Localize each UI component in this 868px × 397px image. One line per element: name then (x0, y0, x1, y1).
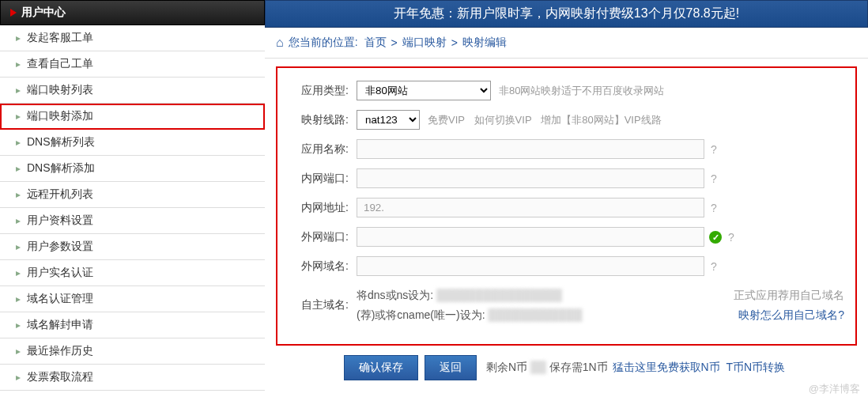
label-app-name: 应用名称: (289, 142, 349, 157)
chevron-right-icon: ▸ (16, 372, 21, 383)
sidebar-item-1[interactable]: ▸查看自己工单 (0, 51, 265, 78)
label-inner-port: 内网端口: (289, 172, 349, 186)
sidebar-item-label: 用户实名认证 (27, 266, 93, 280)
breadcrumb: ⌂ 您当前的位置: 首页 > 端口映射 > 映射编辑 (265, 28, 868, 59)
label-inner-addr: 内网地址: (289, 201, 349, 215)
breadcrumb-label: 您当前的位置: (289, 36, 358, 50)
label-own-domain: 自主域名: (289, 298, 349, 312)
help-icon[interactable]: ? (711, 202, 717, 214)
chevron-right-icon: ▸ (16, 85, 21, 96)
label-outer-domain: 外网域名: (289, 259, 349, 274)
chevron-right-icon: ▸ (16, 59, 21, 70)
sidebar-item-label: 远程开机列表 (27, 187, 93, 202)
help-icon[interactable]: ? (711, 260, 717, 273)
chevron-right-icon: ▸ (16, 32, 21, 43)
chevron-right-icon: ▸ (16, 319, 21, 331)
sidebar-item-label: 用户参数设置 (27, 240, 93, 254)
own-domain-l1b: 正式应用荐用自己域名 (734, 285, 844, 305)
promo-banner: 开年免惠：新用户限时享，内网映射付费级13个月仅78.8元起! (265, 0, 868, 28)
sidebar-item-8[interactable]: ▸用户参数设置 (0, 234, 265, 260)
select-app-type[interactable]: 非80网站 (357, 81, 491, 100)
sidebar-item-2[interactable]: ▸端口映射列表 (0, 78, 265, 104)
label-line: 映射线路: (289, 113, 349, 127)
chevron-right-icon: ▸ (16, 137, 21, 148)
sidebar-item-13[interactable]: ▸发票索取流程 (0, 365, 265, 391)
breadcrumb-section[interactable]: 端口映射 (402, 36, 447, 50)
sidebar-item-label: 端口映射添加 (27, 109, 93, 123)
chevron-right-icon: ▸ (16, 111, 21, 122)
sidebar-item-label: 端口映射列表 (27, 83, 93, 97)
select-line[interactable]: nat123 (357, 110, 420, 130)
home-icon[interactable]: ⌂ (276, 36, 284, 50)
back-button[interactable]: 返回 (425, 355, 477, 380)
link-how-switch[interactable]: 如何切换VIP (474, 114, 532, 126)
chevron-right-icon: ▸ (16, 267, 21, 278)
own-domain-l2a: (荐)或将cname(唯一)设为: (357, 308, 485, 321)
breadcrumb-home[interactable]: 首页 (364, 36, 387, 50)
help-icon[interactable]: ? (711, 172, 717, 185)
sidebar-title: 用户中心 (21, 6, 66, 20)
chevron-right-icon: ▸ (16, 293, 21, 304)
help-icon[interactable]: ? (728, 231, 734, 244)
sidebar-item-4[interactable]: ▸DNS解析列表 (0, 130, 265, 156)
sidebar-item-3[interactable]: ▸端口映射添加 (0, 104, 265, 130)
breadcrumb-sep: > (391, 36, 398, 49)
link-get-free-coin[interactable]: 猛击这里免费获取N币 (613, 361, 720, 373)
watermark: @李洋博客 (265, 382, 868, 397)
input-inner-addr[interactable] (357, 198, 704, 217)
breadcrumb-sep: > (451, 36, 458, 49)
sidebar-item-label: 域名解封申请 (27, 318, 93, 332)
sidebar-header: 用户中心 (0, 0, 265, 25)
input-app-name[interactable] (357, 139, 704, 159)
sidebar-item-10[interactable]: ▸域名认证管理 (0, 286, 265, 312)
input-inner-port[interactable] (357, 168, 704, 188)
hint-app-type: 非80网站映射适于不用百度收录网站 (499, 84, 664, 98)
sidebar-item-label: 域名认证管理 (27, 292, 93, 306)
link-add-line[interactable]: 增加【非80网站】VIP线路 (541, 114, 661, 126)
sidebar-item-label: 发起客服工单 (27, 31, 93, 45)
sidebar-item-label: 查看自己工单 (27, 57, 93, 71)
form-box: 应用类型: 非80网站 非80网站映射适于不用百度收录网站 映射线路: nat1… (276, 66, 857, 346)
sidebar-item-11[interactable]: ▸域名解封申请 (0, 312, 265, 338)
sidebar-item-7[interactable]: ▸用户资料设置 (0, 208, 265, 234)
link-free-vip[interactable]: 免费VIP (428, 114, 465, 126)
chevron-right-icon: ▸ (16, 241, 21, 252)
remain-prefix: 剩余N币 (486, 361, 527, 373)
breadcrumb-current[interactable]: 映射编辑 (462, 36, 507, 50)
link-how-own-domain[interactable]: 映射怎么用自己域名? (738, 308, 844, 321)
label-app-type: 应用类型: (289, 84, 349, 98)
sidebar-item-label: DNS解析添加 (27, 161, 95, 176)
sidebar-item-12[interactable]: ▸最近操作历史 (0, 338, 265, 365)
check-icon: ✓ (709, 231, 722, 244)
own-domain-info: 将dns或ns设为: ████████████████ 正式应用荐用自己域名 (… (357, 285, 844, 325)
remain-need: 保存需1N币 (549, 361, 608, 373)
input-outer-domain[interactable] (357, 256, 704, 276)
help-icon[interactable]: ? (711, 143, 717, 156)
play-icon (10, 9, 17, 17)
chevron-right-icon: ▸ (16, 215, 21, 226)
label-outer-port: 外网端口: (289, 230, 349, 244)
link-exchange-coin[interactable]: T币N币转换 (726, 361, 786, 373)
sidebar-item-label: 用户资料设置 (27, 214, 93, 228)
chevron-right-icon: ▸ (16, 163, 21, 174)
save-button[interactable]: 确认保存 (344, 355, 418, 380)
sidebar-item-label: 最近操作历史 (27, 344, 93, 358)
sidebar-item-5[interactable]: ▸DNS解析添加 (0, 156, 265, 182)
sidebar-item-label: DNS解析列表 (27, 135, 95, 149)
own-domain-l1a: 将dns或ns设为: (357, 289, 433, 301)
chevron-right-icon: ▸ (16, 346, 21, 357)
chevron-right-icon: ▸ (16, 189, 21, 200)
input-outer-port[interactable] (357, 227, 704, 247)
sidebar-item-label: 发票索取流程 (27, 370, 93, 384)
sidebar-item-14[interactable]: ▸成代理商用户 (0, 391, 265, 397)
sidebar-item-0[interactable]: ▸发起客服工单 (0, 25, 265, 51)
sidebar-item-9[interactable]: ▸用户实名认证 (0, 260, 265, 286)
sidebar-item-6[interactable]: ▸远程开机列表 (0, 182, 265, 208)
